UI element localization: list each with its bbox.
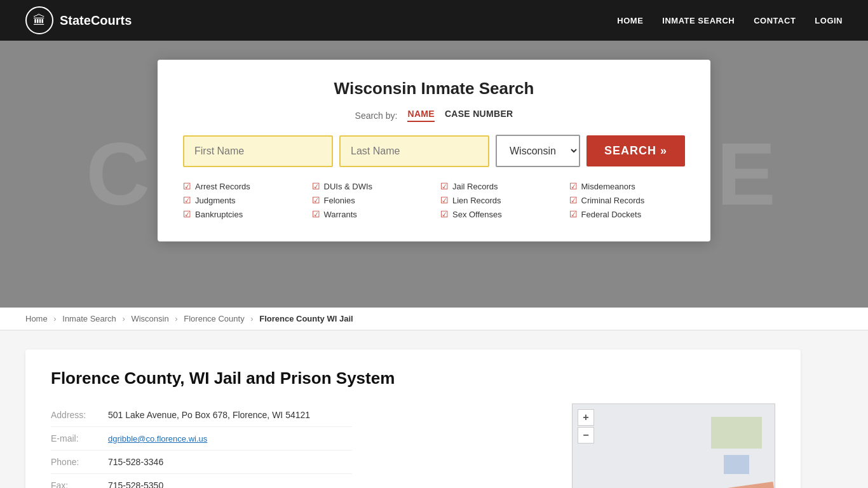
checkbox-item: ☑Bankruptcies	[183, 209, 299, 219]
breadcrumb-state[interactable]: Wisconsin	[131, 314, 168, 323]
checkbox-item: ☑Lien Records	[440, 195, 557, 205]
search-card-title: Wisconsin Inmate Search	[183, 79, 685, 98]
fax-label: Fax:	[51, 474, 108, 489]
checkbox-item: ☑Criminal Records	[569, 195, 686, 205]
phone-value: 715-528-3346	[108, 451, 352, 474]
checkbox-item: ☑DUIs & DWIs	[312, 181, 428, 191]
breadcrumb-bar: Home › Inmate Search › Wisconsin › Flore…	[0, 308, 868, 330]
address-label: Address:	[51, 403, 108, 427]
search-card: Wisconsin Inmate Search Search by: NAME …	[158, 60, 710, 241]
map-road	[573, 482, 775, 488]
tab-name[interactable]: NAME	[407, 109, 434, 122]
tab-case-number[interactable]: CASE NUMBER	[445, 109, 513, 122]
fax-row: Fax: 715-528-5350	[51, 474, 352, 489]
map-zoom-in-button[interactable]: +	[578, 409, 594, 426]
checkbox-label: Jail Records	[452, 182, 498, 191]
site-header: 🏛 StateCourts HOME INMATE SEARCH CONTACT…	[0, 0, 868, 41]
email-link[interactable]: dgribble@co.florence.wi.us	[108, 434, 207, 444]
info-section: Address: 501 Lake Avenue, Po Box 678, Fl…	[51, 403, 553, 488]
search-button[interactable]: SEARCH »	[587, 135, 685, 166]
checkbox-label: Federal Dockets	[581, 210, 642, 219]
nav-contact[interactable]: CONTACT	[754, 16, 796, 25]
checkbox-item: ☑Misdemeanors	[569, 181, 686, 191]
checkbox-label: Bankruptcies	[195, 210, 243, 219]
main-nav: HOME INMATE SEARCH CONTACT LOGIN	[617, 16, 843, 25]
phone-label: Phone:	[51, 451, 108, 474]
checkbox-icon: ☑	[312, 181, 320, 191]
checkbox-label: Misdemeanors	[581, 182, 635, 191]
search-by-row: Search by: NAME CASE NUMBER	[183, 109, 685, 122]
address-value: 501 Lake Avenue, Po Box 678, Florence, W…	[108, 403, 352, 427]
checkbox-label: Judgments	[195, 196, 236, 205]
hero-section: COURTHOUSE Wisconsin Inmate Search Searc…	[0, 41, 868, 308]
checkbox-label: Felonies	[324, 196, 355, 205]
checkbox-item: ☑Felonies	[312, 195, 428, 205]
checkbox-icon: ☑	[440, 195, 449, 205]
checkbox-label: Warrants	[324, 210, 357, 219]
info-table: Address: 501 Lake Avenue, Po Box 678, Fl…	[51, 403, 352, 488]
checkbox-label: DUIs & DWIs	[324, 182, 373, 191]
first-name-input[interactable]	[183, 135, 333, 167]
checkboxes-grid: ☑Arrest Records☑DUIs & DWIs☑Jail Records…	[183, 181, 685, 219]
content-row: Address: 501 Lake Avenue, Po Box 678, Fl…	[51, 403, 775, 488]
map-section: + −	[572, 403, 775, 488]
checkbox-icon: ☑	[440, 209, 449, 219]
nav-home[interactable]: HOME	[617, 16, 643, 25]
main-content: Florence County, WI Jail and Prison Syst…	[0, 330, 826, 488]
checkbox-item: ☑Sex Offenses	[440, 209, 557, 219]
phone-row: Phone: 715-528-3346	[51, 451, 352, 474]
checkbox-icon: ☑	[312, 195, 320, 205]
checkbox-icon: ☑	[312, 209, 320, 219]
last-name-input[interactable]	[339, 135, 489, 167]
checkbox-label: Lien Records	[452, 196, 501, 205]
breadcrumb-sep-2: ›	[122, 314, 125, 323]
breadcrumb-sep-1: ›	[53, 314, 56, 323]
address-row: Address: 501 Lake Avenue, Po Box 678, Fl…	[51, 403, 352, 427]
email-value: dgribble@co.florence.wi.us	[108, 427, 352, 451]
email-label: E-mail:	[51, 427, 108, 451]
breadcrumb-current: Florence County WI Jail	[259, 314, 353, 323]
map-block-2	[724, 455, 749, 474]
content-card: Florence County, WI Jail and Prison Syst…	[25, 349, 801, 488]
nav-login[interactable]: LOGIN	[815, 16, 843, 25]
page-heading: Florence County, WI Jail and Prison Syst…	[51, 369, 775, 388]
logo-area: 🏛 StateCourts	[25, 6, 132, 34]
state-select[interactable]: Wisconsin	[496, 135, 580, 167]
nav-inmate-search[interactable]: INMATE SEARCH	[662, 16, 735, 25]
checkbox-label: Sex Offenses	[452, 210, 502, 219]
map-zoom-out-button[interactable]: −	[578, 427, 594, 444]
checkbox-icon: ☑	[183, 209, 191, 219]
checkbox-label: Arrest Records	[195, 182, 250, 191]
checkbox-icon: ☑	[183, 181, 191, 191]
checkbox-item: ☑Arrest Records	[183, 181, 299, 191]
breadcrumb-inmate-search[interactable]: Inmate Search	[62, 314, 116, 323]
breadcrumb-sep-3: ›	[175, 314, 177, 323]
logo-text: StateCourts	[60, 13, 132, 28]
map-block-1	[711, 417, 762, 449]
map-container: + −	[572, 403, 775, 488]
logo-icon: 🏛	[25, 6, 53, 34]
breadcrumb-sep-4: ›	[250, 314, 253, 323]
breadcrumb-county[interactable]: Florence County	[184, 314, 244, 323]
search-by-label: Search by:	[355, 111, 398, 121]
checkbox-label: Criminal Records	[581, 196, 645, 205]
checkbox-item: ☑Judgments	[183, 195, 299, 205]
email-row: E-mail: dgribble@co.florence.wi.us	[51, 427, 352, 451]
checkbox-icon: ☑	[440, 181, 449, 191]
search-inputs-row: Wisconsin SEARCH »	[183, 135, 685, 167]
breadcrumb-home[interactable]: Home	[25, 314, 48, 323]
checkbox-icon: ☑	[569, 181, 578, 191]
checkbox-item: ☑Jail Records	[440, 181, 557, 191]
checkbox-icon: ☑	[569, 209, 578, 219]
checkbox-icon: ☑	[569, 195, 578, 205]
fax-value: 715-528-5350	[108, 474, 352, 489]
checkbox-item: ☑Warrants	[312, 209, 428, 219]
checkbox-item: ☑Federal Dockets	[569, 209, 686, 219]
checkbox-icon: ☑	[183, 195, 191, 205]
